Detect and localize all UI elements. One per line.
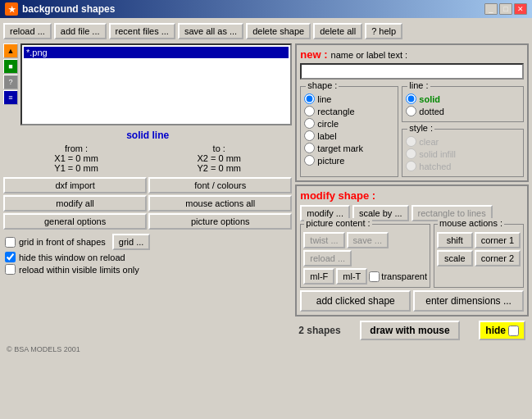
style-solid-label: solid infill: [419, 149, 456, 159]
function-buttons: dxf import font / colours modify all mou…: [3, 177, 292, 230]
y1-row: Y1 = 0 mm: [54, 163, 98, 173]
line-dotted-radio[interactable]: [406, 106, 416, 116]
style-hatched-label: hatched: [419, 162, 451, 171]
color-icon-3[interactable]: ?: [3, 75, 18, 89]
name-input[interactable]: [300, 63, 524, 80]
draw-with-mouse-button[interactable]: draw with mouse: [360, 321, 459, 340]
minimize-button[interactable]: _: [484, 3, 498, 15]
shape-info: solid line from : X1 = 0 mm Y1 = 0 mm to…: [3, 128, 292, 175]
recent-files-button[interactable]: recent files ...: [109, 23, 175, 39]
help-button[interactable]: ? help: [365, 23, 402, 39]
save-all-as-button[interactable]: save all as ...: [178, 23, 243, 39]
shape-label: solid line: [5, 130, 290, 141]
color-icon-4[interactable]: ≡: [3, 90, 18, 105]
line-dotted-label: dotted: [419, 107, 444, 116]
app-icon: ★: [5, 2, 18, 16]
line-group-title: line :: [407, 80, 430, 90]
line-group: line : solid dotted: [402, 86, 524, 122]
twist-button[interactable]: twist ...: [303, 232, 344, 248]
style-hatched-radio[interactable]: [406, 161, 416, 171]
shape-target-radio[interactable]: [304, 143, 315, 153]
hide-label: hide this window on reload: [19, 253, 125, 262]
style-solid-radio[interactable]: [406, 148, 416, 159]
side-icons: ▲ ■ ? ≡: [3, 43, 18, 125]
hide-button[interactable]: hide: [479, 321, 525, 340]
color-icon-2[interactable]: ■: [3, 59, 18, 74]
grid-label: grid in front of shapes: [19, 237, 106, 247]
close-button[interactable]: ✕: [514, 3, 527, 15]
picture-options-button[interactable]: picture options: [148, 213, 292, 230]
scale-button[interactable]: scale: [437, 250, 473, 266]
mlt-button[interactable]: ml-T: [336, 268, 367, 285]
general-options-button[interactable]: general options: [3, 213, 147, 230]
main-toolbar: reload ... add file ... recent files ...…: [3, 21, 529, 41]
shape-rect-radio[interactable]: [304, 106, 315, 116]
window-controls: _ □ ✕: [484, 3, 527, 15]
to-label: to :: [198, 143, 242, 153]
mouse-actions-group: mouse actions : shift corner 1 scale cor…: [434, 224, 524, 288]
bottom-row: 2 shapes draw with mouse hide: [295, 319, 529, 342]
add-file-button[interactable]: add file ...: [54, 23, 107, 39]
reload-label: reload within visible limits only: [19, 265, 139, 275]
shape-group: shape : line rectangle circle label targ…: [300, 86, 398, 177]
hide-checkbox-inner[interactable]: [508, 326, 519, 336]
name-label: name or label text :: [331, 50, 408, 60]
window-title: background shapes: [22, 3, 115, 15]
dxf-import-button[interactable]: dxf import: [3, 177, 147, 194]
line-solid-label: solid: [419, 94, 440, 104]
modify-all-button[interactable]: modify all: [3, 195, 147, 212]
style-group-title: style :: [407, 123, 434, 133]
corner2-button[interactable]: corner 2: [475, 250, 521, 266]
shape-rect-label: rectangle: [317, 107, 354, 116]
mlf-button[interactable]: ml-F: [303, 268, 334, 285]
reload-checkbox[interactable]: [5, 264, 16, 275]
shape-picture-radio[interactable]: [304, 155, 315, 166]
hide-checkbox[interactable]: [5, 252, 16, 262]
file-list-item[interactable]: *.png: [24, 47, 289, 58]
shape-line-radio[interactable]: [304, 93, 315, 104]
shape-picture-label: picture: [317, 156, 344, 166]
style-group: style : clear solid infill hatched: [402, 129, 524, 177]
mouse-actions-all-button[interactable]: mouse actions all: [148, 195, 292, 212]
x1-row: X1 = 0 mm: [54, 153, 98, 163]
new-section: new : name or label text : shape : line …: [295, 43, 529, 182]
delete-shape-button[interactable]: delete shape: [246, 23, 311, 39]
transparent-label: transparent: [381, 271, 427, 281]
shape-line-label: line: [317, 94, 331, 104]
transparent-checkbox[interactable]: [369, 271, 380, 282]
modify-section: modify shape : modify ... scale by ... r…: [295, 184, 529, 317]
shape-label-label: label: [317, 131, 336, 141]
shift-button[interactable]: shift: [437, 232, 473, 248]
y2-row: Y2 = 0 mm: [198, 163, 242, 173]
maximize-button[interactable]: □: [499, 3, 512, 15]
shape-target-label: target mark: [317, 143, 363, 153]
grid-checkbox[interactable]: [5, 237, 16, 248]
picture-content-group: picture content : twist ... save ... rel…: [300, 224, 430, 288]
bsa-label: © BSA MODELS 2001: [3, 344, 529, 354]
picture-content-title: picture content :: [304, 218, 371, 228]
shape-label-radio[interactable]: [304, 130, 315, 141]
grid-button[interactable]: grid ...: [112, 234, 151, 250]
style-clear-label: clear: [419, 137, 439, 147]
options-area: grid in front of shapes grid ... hide th…: [3, 232, 292, 276]
delete-all-button[interactable]: delete all: [313, 23, 362, 39]
file-list[interactable]: *.png: [20, 43, 292, 125]
new-header: new :: [300, 48, 327, 61]
shape-group-title: shape :: [306, 80, 339, 90]
enter-dimensions-button[interactable]: enter dimensions ...: [413, 290, 524, 312]
style-clear-radio[interactable]: [406, 136, 416, 147]
line-solid-radio[interactable]: [406, 93, 416, 104]
reload-button[interactable]: reload ...: [3, 23, 52, 39]
x2-row: X2 = 0 mm: [198, 153, 242, 163]
from-label: from :: [54, 143, 98, 153]
color-icon-1[interactable]: ▲: [3, 43, 18, 58]
title-bar: ★ background shapes _ □ ✕: [0, 0, 532, 18]
mouse-actions-title: mouse actions :: [438, 218, 504, 228]
shape-circle-radio[interactable]: [304, 118, 315, 129]
add-clicked-shape-button[interactable]: add clicked shape: [300, 290, 411, 312]
hide-label: hide: [485, 325, 506, 336]
corner1-button[interactable]: corner 1: [475, 232, 521, 248]
font-colours-button[interactable]: font / colours: [148, 177, 292, 194]
save-button[interactable]: save ...: [347, 232, 389, 248]
reload-pic-button[interactable]: reload ...: [303, 250, 352, 266]
